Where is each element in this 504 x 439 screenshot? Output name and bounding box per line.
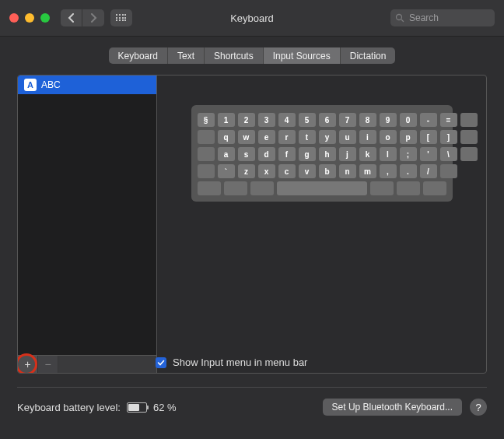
key: -	[420, 113, 437, 127]
key: 2	[238, 113, 255, 127]
key: g	[299, 147, 316, 161]
source-sidebar: AABC + −	[18, 76, 157, 373]
key: p	[400, 130, 417, 144]
key: c	[278, 164, 296, 178]
search-icon	[395, 13, 404, 23]
key: z	[238, 164, 255, 178]
key: \	[440, 147, 457, 161]
input-sources-panel: AABC + − §1234567890-=qwertyuiop[]asdfgh…	[17, 75, 487, 374]
show-input-menu-label: Show Input menu in menu bar	[173, 356, 307, 368]
key: t	[299, 130, 316, 144]
footer-right: Set Up Bluetooth Keyboard... ?	[323, 399, 487, 416]
grid-icon	[116, 14, 127, 22]
source-list[interactable]: AABC	[18, 76, 156, 355]
key: f	[278, 147, 296, 161]
help-button[interactable]: ?	[470, 399, 487, 416]
key: i	[359, 130, 376, 144]
keyboard-preview-area: §1234567890-=qwertyuiop[]asdfghjkl;'\`zx…	[157, 76, 486, 373]
show-input-menu-checkbox[interactable]	[156, 357, 166, 368]
battery-status: Keyboard battery level: 62 %	[17, 402, 177, 413]
key: w	[238, 130, 255, 144]
key: h	[319, 147, 336, 161]
keyboard-prefs-window: Keyboard KeyboardTextShortcutsInput Sour…	[0, 0, 504, 439]
key: y	[319, 130, 336, 144]
source-label: ABC	[41, 79, 61, 90]
add-remove-bar: + −	[18, 355, 156, 373]
minimize-button[interactable]	[25, 13, 34, 23]
key: 3	[258, 113, 275, 127]
key: §	[198, 113, 215, 127]
key: =	[440, 113, 457, 127]
bluetooth-setup-button[interactable]: Set Up Bluetooth Keyboard...	[323, 399, 462, 416]
key: 1	[218, 113, 235, 127]
key: 4	[278, 113, 296, 127]
key: b	[319, 164, 336, 178]
forward-button[interactable]	[82, 9, 104, 26]
search-field[interactable]	[390, 9, 495, 26]
key: 9	[380, 113, 397, 127]
svg-line-1	[401, 19, 404, 22]
footer: Keyboard battery level: 62 % Set Up Blue…	[17, 399, 487, 416]
battery-label: Keyboard battery level:	[17, 402, 121, 413]
key: 5	[299, 113, 316, 127]
source-item[interactable]: AABC	[18, 76, 156, 94]
key: q	[218, 130, 235, 144]
key: /	[420, 164, 437, 178]
footer-divider	[17, 387, 487, 388]
source-icon: A	[24, 79, 37, 91]
battery-icon	[127, 402, 147, 413]
tab-input-sources[interactable]: Input Sources	[264, 47, 341, 64]
back-button[interactable]	[61, 9, 82, 26]
key: o	[380, 130, 397, 144]
key: s	[238, 147, 255, 161]
titlebar: Keyboard	[0, 0, 504, 37]
key: x	[258, 164, 275, 178]
key: '	[420, 147, 437, 161]
svg-point-0	[397, 15, 402, 20]
key: u	[339, 130, 356, 144]
key: k	[359, 147, 376, 161]
add-source-button[interactable]: +	[18, 356, 38, 373]
key: `	[218, 164, 235, 178]
key: .	[400, 164, 417, 178]
key: 6	[319, 113, 336, 127]
key: 8	[359, 113, 376, 127]
key: d	[258, 147, 275, 161]
key: [	[420, 130, 437, 144]
search-input[interactable]	[408, 12, 481, 24]
battery-percent: 62 %	[153, 402, 177, 413]
show-all-button[interactable]	[110, 9, 132, 26]
show-input-menu-row[interactable]: Show Input menu in menu bar	[156, 356, 504, 368]
key: ;	[400, 147, 417, 161]
key: ]	[440, 130, 457, 144]
key: l	[380, 147, 397, 161]
tab-keyboard[interactable]: Keyboard	[109, 47, 168, 64]
key: 7	[339, 113, 356, 127]
key: e	[258, 130, 275, 144]
nav-buttons	[61, 9, 104, 26]
zoom-button[interactable]	[40, 13, 50, 23]
tab-bar: KeyboardTextShortcutsInput SourcesDictat…	[0, 47, 504, 64]
key: n	[339, 164, 356, 178]
key: j	[339, 147, 356, 161]
remove-source-button[interactable]: −	[38, 356, 58, 373]
traffic-lights	[9, 13, 50, 23]
tab-shortcuts[interactable]: Shortcuts	[205, 47, 264, 64]
battery-fill	[128, 404, 139, 411]
key: r	[278, 130, 296, 144]
window-title: Keyboard	[230, 12, 274, 24]
check-icon	[157, 359, 165, 367]
key: m	[359, 164, 376, 178]
key: ,	[380, 164, 397, 178]
tab-text[interactable]: Text	[168, 47, 205, 64]
key: v	[299, 164, 316, 178]
key: 0	[400, 113, 417, 127]
close-button[interactable]	[9, 13, 19, 23]
tab-dictation[interactable]: Dictation	[341, 47, 396, 64]
key: a	[218, 147, 235, 161]
keyboard-preview: §1234567890-=qwertyuiop[]asdfghjkl;'\`zx…	[191, 105, 453, 202]
